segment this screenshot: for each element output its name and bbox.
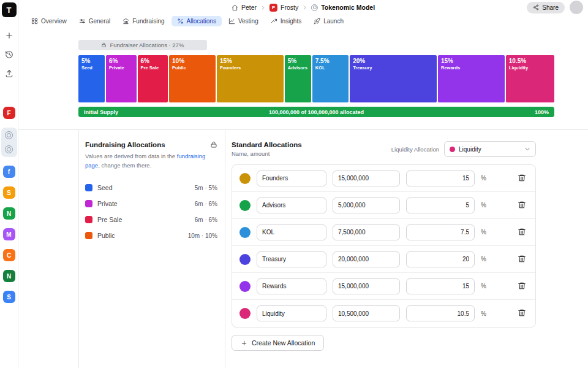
- sidebar-avatar[interactable]: M: [3, 228, 15, 240]
- model-page-button[interactable]: [5, 145, 13, 153]
- segment-name-label: Advisors: [288, 65, 308, 71]
- bottom-section: Fundraising Allocations Values are deriv…: [18, 130, 588, 368]
- fundraising-panel-header: Fundraising Allocations: [85, 141, 217, 148]
- fundraising-item-detail: 10m · 10%: [188, 232, 217, 239]
- breadcrumb-project[interactable]: F Frosty: [270, 4, 298, 12]
- allocation-segment[interactable]: 6% Private: [106, 55, 137, 102]
- trash-icon: [518, 174, 526, 182]
- user-avatar[interactable]: [570, 1, 583, 14]
- allocation-percent-input[interactable]: [406, 278, 475, 294]
- allocation-percent-input[interactable]: [406, 305, 475, 321]
- create-new-allocation-button[interactable]: Create New Allocation: [232, 335, 324, 351]
- allocation-color-dot[interactable]: [239, 254, 251, 265]
- tab-label: Launch: [323, 18, 344, 25]
- allocation-name-input[interactable]: [257, 171, 326, 186]
- percent-sign: %: [481, 256, 486, 263]
- allocation-color-dot[interactable]: [239, 227, 251, 238]
- allocation-segment[interactable]: 10.5% Liquidity: [506, 55, 554, 102]
- allocation-percent-input[interactable]: [406, 251, 475, 267]
- supply-percent-label: 100%: [535, 109, 549, 115]
- delete-allocation-button[interactable]: [517, 228, 527, 237]
- allocation-row: %: [232, 246, 535, 273]
- delete-allocation-button[interactable]: [517, 309, 527, 318]
- target-circle-icon: [5, 145, 13, 153]
- allocation-segment[interactable]: 6% Pre Sale: [138, 55, 168, 102]
- allocation-amount-input[interactable]: [333, 197, 400, 213]
- segment-name-label: Founders: [220, 65, 281, 71]
- lock-icon: [210, 141, 217, 148]
- main-area: Peter F Frosty Tokenomic Model Share: [18, 0, 588, 368]
- allocation-segment[interactable]: 5% Seed: [78, 55, 105, 102]
- project-avatar-badge: F: [270, 4, 277, 12]
- allocation-segment[interactable]: 20% Treasury: [350, 55, 437, 102]
- grid-icon: [31, 18, 38, 25]
- allocation-segment[interactable]: 10% Public: [169, 55, 216, 102]
- delete-allocation-button[interactable]: [517, 174, 527, 183]
- allocation-color-dot[interactable]: [239, 281, 251, 292]
- tab-overview[interactable]: Overview: [26, 16, 72, 26]
- sidebar-avatar[interactable]: N: [3, 270, 15, 282]
- allocation-bar: 5% Seed 6% Private 6% Pre Sale 10% Publi…: [78, 55, 554, 102]
- allocation-name-input[interactable]: [257, 197, 326, 213]
- allocation-segment[interactable]: 15% Founders: [217, 55, 284, 102]
- trash-icon: [518, 228, 526, 236]
- allocation-color-dot[interactable]: [239, 308, 251, 319]
- tab-general[interactable]: General: [74, 16, 116, 26]
- new-project-button[interactable]: [4, 31, 14, 40]
- allocation-percent-input[interactable]: [406, 197, 475, 213]
- liquidity-selected-value: Liquidity: [459, 146, 481, 153]
- sidebar-avatar[interactable]: S: [3, 186, 15, 199]
- allocation-amount-input[interactable]: [333, 278, 400, 294]
- workspace-avatar[interactable]: F: [3, 107, 15, 119]
- delete-allocation-button[interactable]: [517, 255, 527, 264]
- model-page-group: [1, 128, 17, 157]
- delete-allocation-button[interactable]: [517, 282, 527, 291]
- upload-button[interactable]: [4, 69, 14, 79]
- sidebar-avatar[interactable]: C: [3, 249, 15, 261]
- share-button[interactable]: Share: [527, 2, 565, 13]
- allocation-name-input[interactable]: [257, 278, 326, 294]
- allocation-segment[interactable]: 5% Advisors: [285, 55, 311, 102]
- breadcrumb-workspace[interactable]: Peter: [232, 4, 257, 11]
- tab-vesting[interactable]: Vesting: [223, 16, 264, 26]
- allocation-segment[interactable]: 15% Rewards: [438, 55, 505, 102]
- description-text: Values are derived from data in the: [85, 153, 177, 159]
- breadcrumb-workspace-label: Peter: [241, 4, 257, 11]
- history-button[interactable]: [4, 50, 14, 59]
- tab-label: Allocations: [187, 18, 216, 25]
- tab-allocations[interactable]: Allocations: [172, 16, 222, 26]
- allocation-amount-input[interactable]: [333, 224, 400, 240]
- tab-fundraising[interactable]: Fundraising: [117, 16, 170, 26]
- allocation-rows: % % % % %: [232, 164, 536, 328]
- tab-launch[interactable]: Launch: [308, 16, 349, 26]
- liquidity-allocation-select[interactable]: Liquidity: [444, 141, 536, 157]
- sidebar-avatar[interactable]: f: [3, 166, 15, 178]
- segment-name-label: Pre Sale: [141, 65, 165, 71]
- app-logo[interactable]: T: [2, 2, 17, 17]
- allocation-color-swatch: [85, 200, 92, 207]
- tab-insights[interactable]: Insights: [265, 16, 307, 26]
- delete-allocation-button[interactable]: [517, 201, 527, 210]
- sidebar-avatar[interactable]: S: [3, 291, 15, 303]
- fundraising-item-detail: 6m · 6%: [195, 217, 217, 223]
- standard-panel-title: Standard Allocations: [232, 141, 302, 148]
- standard-panel-header: Standard Allocations Name, amount Liquid…: [232, 141, 536, 157]
- allocation-name-input[interactable]: [257, 305, 326, 321]
- allocation-amount-input[interactable]: [333, 251, 400, 267]
- rocket-icon: [314, 18, 320, 25]
- allocation-color-dot[interactable]: [239, 173, 251, 184]
- allocation-row: %: [232, 300, 535, 327]
- allocation-percent-input[interactable]: [406, 224, 475, 240]
- allocation-amount-input[interactable]: [333, 305, 400, 321]
- sidebar-avatar[interactable]: N: [3, 207, 15, 220]
- allocation-name-input[interactable]: [257, 224, 326, 240]
- allocation-amount-input[interactable]: [333, 171, 400, 186]
- allocation-percent-input[interactable]: [406, 171, 475, 186]
- allocation-segment[interactable]: 7.5% KOL: [312, 55, 349, 102]
- model-page-button[interactable]: [5, 131, 13, 139]
- segment-percent-label: 10.5%: [509, 58, 551, 64]
- allocation-row: %: [232, 192, 535, 219]
- breadcrumb-model[interactable]: Tokenomic Model: [311, 4, 375, 11]
- allocation-name-input[interactable]: [257, 251, 326, 267]
- allocation-color-dot[interactable]: [239, 200, 251, 211]
